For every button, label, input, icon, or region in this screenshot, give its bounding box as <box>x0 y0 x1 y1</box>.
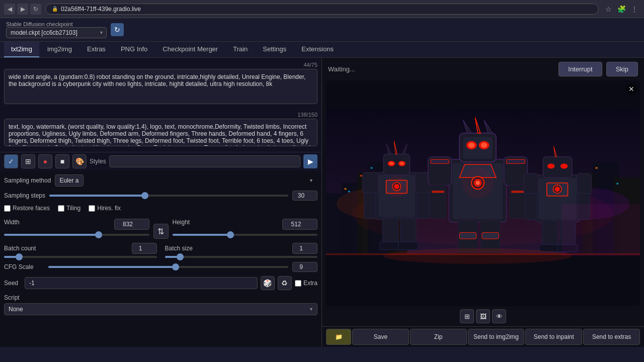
reload-button[interactable]: ↻ <box>30 4 41 15</box>
svg-rect-52 <box>431 159 449 163</box>
height-slider[interactable] <box>173 234 318 236</box>
styles-label: Styles <box>90 158 106 165</box>
tab-extras[interactable]: Extras <box>80 42 113 57</box>
img-ctrl-frame[interactable]: 🖼 <box>476 309 490 323</box>
seed-dice-button[interactable]: 🎲 <box>261 276 275 290</box>
browser-chrome: ◀ ▶ ↻ 🔒 02a56ff4-71ff-439e.gradio.live ☆… <box>0 0 644 18</box>
cfg-scale-row: CFG Scale <box>4 262 317 272</box>
interrupt-button[interactable]: Interrupt <box>558 62 602 76</box>
batch-size-group: Batch size <box>165 243 318 258</box>
tab-settings[interactable]: Settings <box>256 42 293 57</box>
tab-img2img[interactable]: img2img <box>40 42 79 57</box>
cfg-scale-input[interactable] <box>292 262 317 272</box>
send-img2img-button[interactable]: Send to img2img <box>468 329 525 345</box>
sampling-steps-row: Sampling steps <box>4 191 317 201</box>
negative-prompt-input[interactable] <box>4 119 317 146</box>
extensions-button[interactable]: 🧩 <box>616 4 627 15</box>
url-bar[interactable]: 🔒 02a56ff4-71ff-439e.gradio.live <box>45 4 599 15</box>
batch-count-slider[interactable] <box>4 256 157 258</box>
sampling-steps-input[interactable] <box>292 191 317 201</box>
svg-point-63 <box>481 143 487 148</box>
height-input[interactable] <box>282 219 317 230</box>
svg-rect-27 <box>363 172 378 194</box>
extra-input[interactable] <box>295 280 301 287</box>
model-refresh-button[interactable]: ↻ <box>111 23 124 36</box>
steps-thumb[interactable] <box>141 192 148 199</box>
close-image-button[interactable]: ✕ <box>626 83 637 95</box>
send-extras-button[interactable]: Send to extras <box>583 329 640 345</box>
back-button[interactable]: ◀ <box>4 4 15 15</box>
batch-count-group: Batch count <box>4 243 157 258</box>
save-button[interactable]: Save <box>352 329 409 345</box>
img-ctrl-eye[interactable]: 👁 <box>492 309 506 323</box>
batch-size-slider[interactable] <box>165 256 318 258</box>
positive-prompt-input[interactable] <box>4 69 317 104</box>
height-thumb[interactable] <box>227 231 234 238</box>
svg-rect-30 <box>418 192 429 218</box>
script-select[interactable]: None <box>4 303 317 315</box>
square-icon-button[interactable]: ■ <box>55 154 69 168</box>
color-icon-button[interactable]: 🎨 <box>72 154 87 168</box>
batch-count-thumb[interactable] <box>16 253 23 260</box>
seed-recycle-button[interactable]: ♻ <box>278 276 292 290</box>
swap-dimensions-button[interactable]: ⇅ <box>153 224 169 239</box>
tab-txt2img[interactable]: txt2img <box>4 42 39 57</box>
svg-rect-10 <box>344 188 346 190</box>
model-select[interactable]: model.ckpt [cc6cb27103] <box>6 27 107 38</box>
steps-fill <box>49 195 145 197</box>
check-icon-button[interactable]: ✓ <box>4 154 18 168</box>
hires-fix-input[interactable] <box>89 205 95 212</box>
style-apply-button[interactable]: ▶ <box>303 154 317 168</box>
skip-button[interactable]: Skip <box>606 62 638 76</box>
model-label: Stable Diffusion checkpoint <box>6 21 107 27</box>
seed-row: Seed 🎲 ♻ Extra <box>4 276 317 290</box>
restore-faces-input[interactable] <box>4 205 11 212</box>
restore-faces-checkbox[interactable]: Restore faces <box>4 205 50 212</box>
svg-rect-13 <box>370 167 372 169</box>
main-tabs: txt2img img2img Extras PNG Info Checkpoi… <box>0 42 644 58</box>
svg-rect-17 <box>596 167 598 169</box>
svg-rect-41 <box>380 242 400 250</box>
tab-png-info[interactable]: PNG Info <box>114 42 154 57</box>
prompt-counter: 44/75 <box>4 62 317 68</box>
svg-point-34 <box>389 162 393 165</box>
tab-train[interactable]: Train <box>226 42 255 57</box>
zip-button[interactable]: Zip <box>410 329 467 345</box>
batch-count-input[interactable] <box>132 243 157 254</box>
tiling-input[interactable] <box>58 205 64 212</box>
cfg-thumb[interactable] <box>172 263 179 270</box>
bookmark-button[interactable]: ☆ <box>603 4 614 15</box>
tiling-checkbox[interactable]: Tiling <box>58 205 80 212</box>
send-inpaint-button[interactable]: Send to inpaint <box>525 329 582 345</box>
menu-button[interactable]: ⋮ <box>629 4 640 15</box>
right-top-bar: Waiting... Interrupt Skip <box>322 58 644 80</box>
forward-button[interactable]: ▶ <box>17 4 28 15</box>
nav-buttons[interactable]: ◀ ▶ ↻ <box>4 4 41 15</box>
dims-row: Width ⇅ Height <box>4 216 317 239</box>
batch-size-thumb[interactable] <box>177 253 184 260</box>
width-thumb[interactable] <box>95 231 102 238</box>
script-label: Script <box>4 294 317 301</box>
tab-checkpoint-merger[interactable]: Checkpoint Merger <box>155 42 225 57</box>
cfg-scale-slider[interactable] <box>48 262 288 272</box>
open-folder-button[interactable]: 📁 <box>326 329 351 345</box>
batch-size-input[interactable] <box>292 243 317 254</box>
sampling-steps-slider[interactable] <box>49 191 288 201</box>
red-circle-button[interactable]: ● <box>38 154 52 168</box>
extra-checkbox[interactable]: Extra <box>295 280 317 287</box>
svg-rect-83 <box>543 157 572 178</box>
width-input[interactable] <box>114 219 149 230</box>
sampling-steps-label: Sampling steps <box>4 192 45 199</box>
extra-label: Extra <box>303 280 317 287</box>
hires-fix-checkbox[interactable]: Hires. fix <box>89 205 121 212</box>
batch-size-track <box>165 256 318 258</box>
grid-icon-button[interactable]: ⊞ <box>21 154 35 168</box>
width-slider[interactable] <box>4 234 149 236</box>
img-ctrl-grid[interactable]: ⊞ <box>460 309 474 323</box>
styles-select[interactable] <box>109 155 300 167</box>
negative-section: 138/150 <box>0 110 321 152</box>
bottom-actions: 📁 Save Zip Send to img2img Send to inpai… <box>322 326 644 347</box>
seed-input[interactable] <box>25 277 258 289</box>
sampling-method-select[interactable]: Euler a <box>55 174 84 187</box>
tab-extensions[interactable]: Extensions <box>294 42 341 57</box>
